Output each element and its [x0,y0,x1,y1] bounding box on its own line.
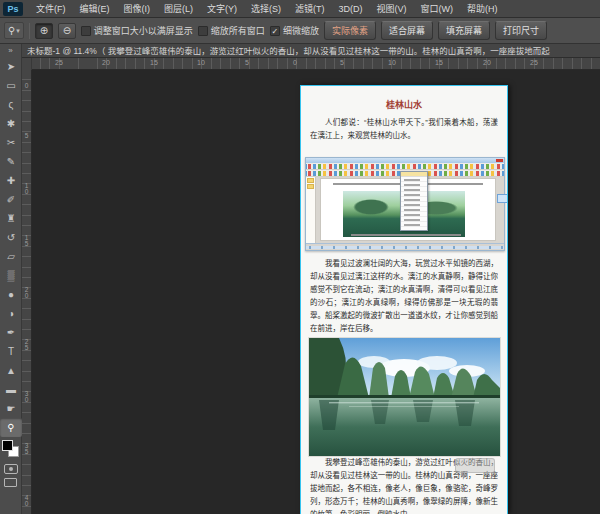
blur-tool[interactable]: ● [0,285,22,304]
hruler-number: 15 [435,59,443,66]
menu-file[interactable]: 文件(F) [29,0,73,18]
dodge-tool[interactable]: ◑ [0,304,22,323]
hruler-number: 25 [55,59,63,66]
paragraph-2: 我看见过波澜壮阔的大海，玩赏过水平如镜的西湖，却从没看见过漓江这样的水。漓江的水… [310,257,498,336]
photoshop-logo: Ps [3,2,23,16]
quick-mask-icon [9,467,13,471]
chevron-down-icon: ▾ [16,27,20,35]
healing-brush-tool[interactable]: ✚ [0,171,22,190]
tool-preset-picker[interactable]: ⚲ ▾ [4,22,24,39]
page-title: 桂林山水 [301,98,507,111]
type-tool[interactable]: T [0,342,22,361]
vruler-number: 15 [23,234,30,246]
vruler-number: 10 [23,182,30,194]
hruler-number: 5 [340,59,344,66]
scrubby-zoom-checkbox[interactable]: ✓ [270,26,280,36]
vruler-number: 0 [23,82,30,88]
vruler-number: 20 [23,286,30,298]
eraser-tool[interactable]: ▱ [0,247,22,266]
brush-tool[interactable]: ✐ [0,190,22,209]
quick-selection-tool[interactable]: ✱ [0,114,22,133]
hand-tool[interactable]: ☛ [0,399,22,418]
photoshop-window: Ps 文件(F) 编辑(E) 图像(I) 图层(L) 文字(Y) 选择(S) 滤… [0,0,600,514]
crop-tool[interactable]: ✂ [0,133,22,152]
hruler-number: 5 [245,59,249,66]
color-swatches [0,439,22,461]
menu-layer[interactable]: 图层(L) [157,0,200,18]
toolbox-collapse-chevrons[interactable]: » [0,44,21,57]
hruler-number: 0 [293,59,297,66]
menu-edit[interactable]: 编辑(E) [73,0,117,18]
separator [29,23,30,39]
fill-screen-button[interactable]: 填充屏幕 [438,21,490,40]
hruler-number: 25 [530,59,538,66]
word-caption-line [351,234,461,236]
document-page[interactable]: 桂林山水 人们都说：“桂林山水甲天下。”我们乘着木船，荡漾在漓江上，来观赏桂林的… [300,85,508,514]
move-tool[interactable]: ➤ [0,57,22,76]
document-tab[interactable]: 未标题-1 @ 11.4%（ 我攀登过峰峦雄伟的泰山，游览过红叶似火的香山，却从… [22,44,600,58]
eyedropper-tool[interactable]: ✎ [0,152,22,171]
hruler-number: 10 [388,59,396,66]
clone-stamp-tool[interactable]: ♜ [0,209,22,228]
vruler-number: 40 [23,494,30,506]
vruler-number: 5 [23,132,30,138]
vruler-number: 35 [23,442,30,454]
menu-image[interactable]: 图像(I) [117,0,158,18]
marquee-tool[interactable]: ▭ [0,76,22,95]
menu-help[interactable]: 帮助(H) [460,0,505,18]
menu-3d[interactable]: 3D(D) [332,0,370,18]
watermark-stamp [455,458,495,473]
shape-tool[interactable]: ▬ [0,380,22,399]
dropdown-item [401,222,427,227]
word-sidebar-item [307,184,314,189]
resize-windows-checkbox[interactable] [81,26,91,36]
hill-shape [353,199,390,215]
history-brush-tool[interactable]: ↺ [0,228,22,247]
hruler-number: 15 [150,59,158,66]
vruler-number: 30 [23,390,30,402]
vruler-number: 25 [23,338,30,350]
gradient-tool[interactable]: ▒ [0,266,22,285]
zoom-in-button[interactable]: ⊕ [35,23,53,39]
scrubby-zoom-checkbox-group[interactable]: ✓ 细微缩放 [270,24,319,37]
pen-tool[interactable]: ✒ [0,323,22,342]
zoom-in-icon: ⊕ [40,25,48,36]
menu-type[interactable]: 文字(Y) [200,0,244,18]
zoom-out-button[interactable]: ⊖ [58,23,76,39]
menu-select[interactable]: 选择(S) [244,0,288,18]
menu-window[interactable]: 窗口(W) [414,0,461,18]
embedded-word-screenshot [305,157,505,251]
path-selection-tool[interactable]: ▲ [0,361,22,380]
actual-pixels-button[interactable]: 实际像素 [324,21,376,40]
horizontal-ruler[interactable]: 25 20 15 10 5 0 5 10 15 20 25 [22,58,600,70]
screen-mode-button[interactable] [4,478,17,487]
zoom-tool[interactable]: ⚲ [0,418,22,437]
vertical-ruler[interactable]: 0 5 10 15 20 25 30 35 40 [22,70,32,514]
toolbox: » ➤ ▭ ς ✱ ✂ ✎ ✚ ✐ ♜ ↺ ▱ ▒ ● ◑ ✒ T ▲ ▬ ☛ … [0,44,22,514]
zoom-tool-icon: ⚲ [8,25,15,36]
quick-mask-button[interactable] [4,464,18,474]
lasso-tool[interactable]: ς [0,95,22,114]
resize-windows-checkbox-group[interactable]: 调整窗口大小以满屏显示 [81,24,193,37]
zoom-all-windows-checkbox-group[interactable]: 缩放所有窗口 [198,24,265,37]
options-bar: ⚲ ▾ ⊕ ⊖ 调整窗口大小以满屏显示 缩放所有窗口 ✓ 细微缩放 实际像素 适… [0,18,600,44]
zoom-all-windows-checkbox[interactable] [198,26,208,36]
word-sidebar-item [307,178,314,183]
hruler-number: 20 [102,59,110,66]
word-titlebar [306,158,504,163]
menu-view[interactable]: 视图(V) [370,0,414,18]
word-dropdown-menu [400,171,428,231]
menu-filter[interactable]: 滤镜(T) [288,0,332,18]
word-toolbar-row [306,163,504,170]
word-floating-button [497,194,508,203]
word-close-icon [496,159,503,162]
print-size-button[interactable]: 打印尺寸 [495,21,547,40]
resize-windows-label: 调整窗口大小以满屏显示 [94,24,193,37]
document-tab-bar: 未标题-1 @ 11.4%（ 我攀登过峰峦雄伟的泰山，游览过红叶似火的香山，却从… [22,44,600,58]
menu-bar: Ps 文件(F) 编辑(E) 图像(I) 图层(L) 文字(Y) 选择(S) 滤… [0,0,600,18]
foreground-color-swatch[interactable] [2,440,13,451]
scrubby-zoom-label: 细微缩放 [283,24,319,37]
hruler-number: 20 [483,59,491,66]
paragraph-1: 人们都说：“桂林山水甲天下。”我们乘着木船，荡漾在漓江上，来观赏桂林的山水。 [310,116,498,143]
fit-screen-button[interactable]: 适合屏幕 [381,21,433,40]
